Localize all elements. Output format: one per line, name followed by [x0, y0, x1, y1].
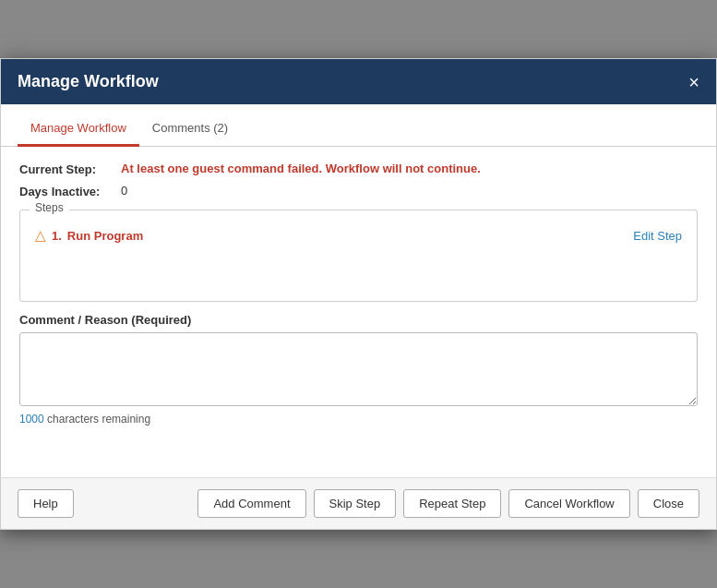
tab-content: Current Step: At least one guest command… [1, 147, 716, 440]
footer-right: Add Comment Skip Step Repeat Step Cancel… [197, 489, 699, 518]
comment-section-label: Comment / Reason (Required) [19, 313, 698, 327]
dialog-footer: Help Add Comment Skip Step Repeat Step C… [1, 477, 716, 529]
chars-count: 1000 [19, 413, 44, 426]
days-inactive-row: Days Inactive: 0 [19, 184, 698, 198]
close-button[interactable]: Close [638, 489, 699, 518]
dialog-title: Manage Workflow [18, 72, 159, 91]
steps-container: Steps △ 1. Run Program Edit Step [19, 210, 698, 302]
dialog-close-button[interactable]: × [688, 73, 699, 91]
step-item: △ 1. Run Program Edit Step [31, 220, 686, 251]
step-number: 1. [52, 229, 62, 243]
warning-icon: △ [35, 227, 46, 244]
help-button[interactable]: Help [18, 489, 74, 518]
comment-section: Comment / Reason (Required) 1000 charact… [19, 313, 698, 426]
step-left: △ 1. Run Program [35, 227, 143, 244]
tab-manage-workflow[interactable]: Manage Workflow [18, 112, 139, 147]
chars-text: characters remaining [44, 413, 150, 426]
dialog-header: Manage Workflow × [1, 59, 716, 104]
days-inactive-label: Days Inactive: [19, 184, 121, 198]
skip-step-button[interactable]: Skip Step [314, 489, 397, 518]
chars-remaining: 1000 characters remaining [19, 413, 698, 426]
tab-bar: Manage Workflow Comments (2) [1, 112, 716, 147]
edit-step-link[interactable]: Edit Step [633, 229, 682, 243]
footer-left: Help [18, 489, 74, 518]
current-step-value: At least one guest command failed. Workf… [121, 162, 481, 175]
days-inactive-value: 0 [121, 184, 127, 198]
tab-comments[interactable]: Comments (2) [139, 112, 241, 147]
cancel-workflow-button[interactable]: Cancel Workflow [508, 489, 629, 518]
repeat-step-button[interactable]: Repeat Step [403, 489, 501, 518]
add-comment-button[interactable]: Add Comment [197, 489, 305, 518]
current-step-label: Current Step: [19, 162, 121, 176]
current-step-row: Current Step: At least one guest command… [19, 162, 698, 176]
dialog-body: Manage Workflow Comments (2) Current Ste… [1, 112, 716, 440]
steps-legend: Steps [30, 201, 69, 214]
comment-textarea[interactable] [19, 332, 698, 406]
manage-workflow-dialog: Manage Workflow × Manage Workflow Commen… [0, 58, 717, 530]
step-name: Run Program [67, 229, 143, 243]
